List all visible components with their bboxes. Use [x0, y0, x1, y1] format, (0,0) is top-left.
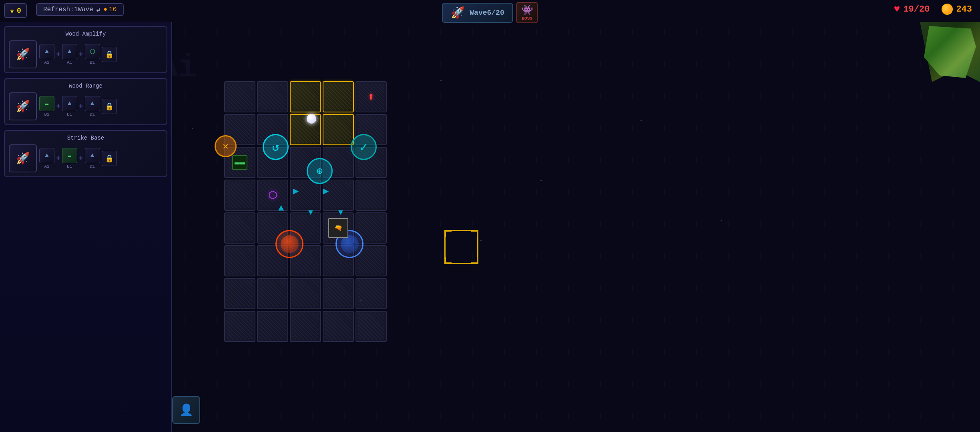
ingredient-icon-wr-1: ▬: [39, 96, 54, 111]
dot-6: [641, 120, 642, 121]
boss-label: BOSS: [521, 16, 533, 21]
wave-ship-icon: 🚀: [451, 6, 465, 20]
grid-cell-r6-c1[interactable]: [257, 278, 288, 309]
wave-bar: 🚀 Wave6/20: [442, 3, 513, 23]
ingredient-sb-1: ▲ A1: [39, 148, 54, 169]
left-panel: Wood Amplify 🚀 ▲ A1 + ▲ A1: [0, 22, 172, 432]
grid-cell-r0-c0[interactable]: [224, 81, 255, 112]
wave-indicator: 🚀 Wave6/20 👾 BOSS: [442, 2, 538, 23]
recipe-row-strike-base: 🚀 ▲ A1 + ▬ B1 +: [9, 144, 163, 172]
grid-cell-r0-c4[interactable]: ⬆: [355, 81, 387, 112]
grid-cell-r3-c4[interactable]: [355, 180, 387, 211]
plus-sb-1: +: [56, 154, 60, 162]
ingredient-icon-sb-3: ▲: [85, 148, 100, 163]
white-orb: [307, 114, 316, 124]
ship-small-2a: ▲: [68, 48, 72, 55]
cancel-icon: ✕: [223, 140, 228, 152]
grid-cell-r1-c3[interactable]: [323, 114, 354, 145]
grid-cell-r7-c2[interactable]: [290, 311, 321, 342]
ingredient-label-sb-3: D1: [90, 164, 95, 169]
refresh-icon: ⇄: [96, 6, 100, 14]
grid-cell-r3-c0[interactable]: [224, 180, 255, 211]
move-button[interactable]: ⊕: [307, 158, 333, 184]
ingredient-3-b: ⬡ B1: [85, 44, 100, 65]
recipe-ingredients-strike-base: ▲ A1 + ▬ B1 + ▲ D1 🔒: [39, 148, 163, 169]
recipe-card-strike-base[interactable]: Strike Base 🚀 ▲ A1 + ▬ B1: [4, 130, 167, 177]
grid-cell-r6-c3[interactable]: [323, 278, 354, 309]
ingredient-label-sb-2: B1: [67, 164, 72, 169]
ingredient-icon-sb-1: ▲: [39, 148, 54, 163]
lock-icon-2: 🔒: [102, 99, 117, 114]
hud-right: ♥ 19/20 243: [894, 3, 972, 15]
plus-wr-2: +: [79, 102, 83, 110]
wave-label: Wave6/20: [470, 9, 504, 17]
grid-cell-r7-c3[interactable]: [323, 311, 354, 342]
lock-icon-3: 🔒: [102, 151, 117, 166]
ingredient-icon-3b: ⬡: [85, 44, 100, 59]
grid-cell-r7-c1[interactable]: [257, 311, 288, 342]
pixel-map-detail: [924, 26, 976, 78]
corner-map: [900, 22, 980, 94]
recipe-ingredients-wood-amplify: ▲ A1 + ▲ A1 + ⬡ B1 🔒: [39, 44, 163, 65]
grid-cell-r6-c0[interactable]: [224, 278, 255, 309]
grid-cell-r4-c0[interactable]: [224, 212, 255, 244]
orb-red-inner: [281, 235, 299, 253]
health-value: 19/20: [903, 4, 930, 14]
gold-star-icon: ★: [10, 6, 14, 16]
grid-cell-r0-c1[interactable]: [257, 81, 288, 112]
ingredient-icon-2a: ▲: [62, 44, 77, 59]
ingredient-icon-wr-3: ▲: [85, 96, 100, 111]
confirm-button[interactable]: ✓: [351, 134, 377, 160]
ingredient-2-a: ▲ A1: [62, 44, 77, 65]
grid-cell-r0-c3[interactable]: [323, 81, 354, 112]
ingredient-label-wr-2: D1: [67, 112, 72, 117]
boss-ship-icon: 👾: [521, 4, 533, 16]
ingredient-label-2a: A1: [67, 60, 72, 65]
map-shape: [924, 26, 976, 78]
ingredient-icon-sb-2: ▬: [62, 148, 77, 163]
confirm-icon: ✓: [360, 139, 368, 155]
recipe-card-wood-range[interactable]: Wood Range 🚀 ▬ B1 + ▲ D1: [4, 78, 167, 125]
orb-red-display: [275, 230, 303, 258]
grid-cell-r7-c4[interactable]: [355, 311, 387, 342]
ingredient-label-wr-3: D1: [90, 112, 95, 117]
ingredient-label-3b: B1: [90, 60, 95, 65]
refresh-button[interactable]: Refresh:1Wave ⇄ ● 10: [36, 3, 124, 16]
ingredient-icon-wr-2: ▲: [62, 96, 77, 111]
grid-cell-r1-c2[interactable]: [290, 114, 321, 145]
grid-cell-r6-c2[interactable]: [290, 278, 321, 309]
avatar-button[interactable]: 👤: [172, 396, 200, 424]
ship-small-1a: ▲: [45, 48, 49, 55]
dot-5: [360, 300, 361, 301]
grid-cell-r7-c0[interactable]: [224, 311, 255, 342]
plus-2: +: [79, 50, 83, 58]
ingredient-sb-3: ▲ D1: [85, 148, 100, 169]
bottle-icon: ⬡: [90, 48, 95, 56]
avatar-icon: 👤: [179, 403, 193, 417]
arrow-down-2: ▼: [338, 208, 343, 217]
arrow-up: ▲: [278, 203, 284, 214]
target-selection-square[interactable]: [444, 230, 478, 264]
main-grid: ⬆▬▬⬡🔫: [224, 81, 388, 344]
battery-icon-sb: ▬: [68, 152, 71, 159]
refresh-label: Refresh:1Wave: [43, 6, 93, 13]
rotate-button[interactable]: ↺: [263, 134, 289, 160]
recipe-row-wood-range: 🚀 ▬ B1 + ▲ D1 +: [9, 92, 163, 120]
cancel-button[interactable]: ✕: [215, 135, 237, 157]
red-orb[interactable]: [275, 230, 303, 258]
plus-sb-2: +: [79, 154, 83, 162]
battery-icon: ▬: [45, 100, 48, 107]
recipe-card-wood-amplify[interactable]: Wood Amplify 🚀 ▲ A1 + ▲ A1: [4, 26, 167, 73]
ingredient-wr-1: ▬ B1: [39, 96, 54, 117]
arrow-right-2: ▶: [323, 185, 329, 197]
arrow-down-1: ▼: [308, 208, 313, 217]
grid-cell-r6-c4[interactable]: [355, 278, 387, 309]
plus-wr-1: +: [56, 102, 60, 110]
ingredient-label-sb-1: A1: [44, 164, 49, 169]
dot-4: [480, 240, 482, 241]
grid-cell-r5-c0[interactable]: [224, 245, 255, 276]
grid-cell-r0-c2[interactable]: [290, 81, 321, 112]
coin-icon-small: ●: [103, 6, 107, 13]
refresh-cost: ● 10: [103, 6, 116, 13]
recipe-ingredients-wood-range: ▬ B1 + ▲ D1 + ▲ D1 🔒: [39, 96, 163, 117]
